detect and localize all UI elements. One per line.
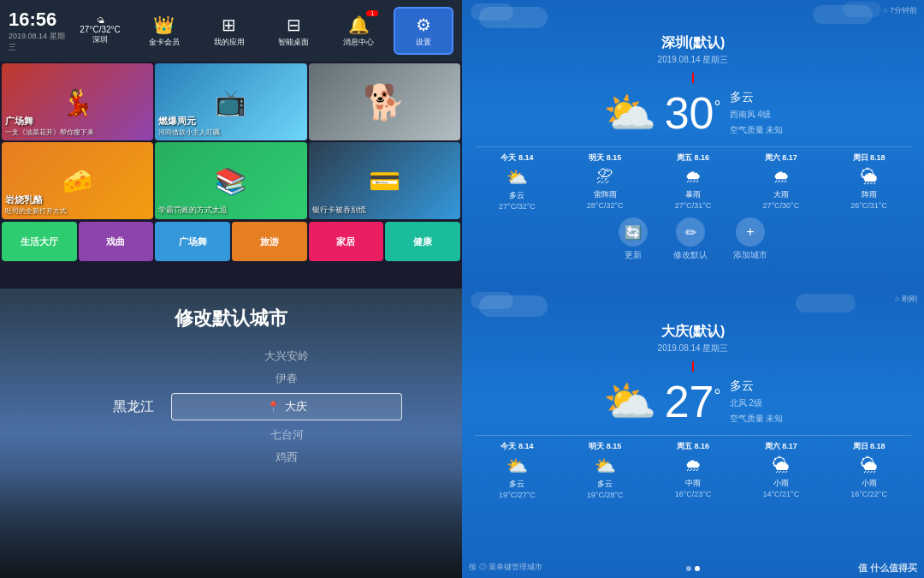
q4-weather-main: ⛅ 27 ° 多云 北风 2级 空气质量 未知 (475, 377, 911, 426)
desk-icon: ⊟ (287, 15, 301, 35)
city-jixi[interactable]: 鸡西 (171, 450, 402, 465)
q4-icon-0: ⛅ (506, 456, 528, 476)
weather-divider (475, 146, 911, 147)
q4-icon-1: ⛅ (595, 456, 616, 476)
card-dance-label: 广场舞 一支《油菜花开》帮你瘦下来 (5, 115, 94, 137)
card-bank-label: 银行卡被吞别慌 (312, 205, 366, 216)
weather-daqing: ○ 刚刚 大庆(默认) 2019.08.14 星期三 ⛅ 27 ° 多云 北风 … (462, 289, 924, 578)
cat-home[interactable]: 家居 (309, 222, 384, 261)
refresh-button[interactable]: 🔄 更新 (619, 217, 648, 261)
q4-desc-block: 多云 北风 2级 空气质量 未知 (730, 378, 784, 425)
q4-forecast-2: 周五 8.16 🌧 中雨 16°C/23°C (651, 441, 736, 499)
cat-life[interactable]: 生活大厅 (2, 222, 77, 261)
card-news-label: 燃爆周元 河间借款小主人叮嘱 (158, 115, 220, 137)
q4-menu-hint: 按 ◎ 菜单键管理城市 (469, 562, 542, 573)
apps-icon: ⊞ (222, 15, 236, 35)
tv-home-screen: 16:56 2019.08.14 星期三 🌤 27°C/32°C 深圳 👑 金卡… (0, 0, 462, 289)
city-column: 大兴安岭 伊春 📍 大庆 七台河 鸡西 (171, 349, 402, 465)
city-list: 黑龙江 大兴安岭 伊春 📍 大庆 七台河 鸡西 (60, 349, 402, 465)
weather-description-block: 多云 西南风 4级 空气质量 未知 (730, 90, 784, 136)
cloud-deco-2 (471, 3, 513, 21)
category-bar: 生活大厅 戏曲 广场舞 旅游 家居 健康 (0, 220, 462, 263)
weather-forecast: 今天 8.14 ⛅ 多云 27°C/32°C 明天 8.15 ⛈ 雷阵雨 28°… (475, 152, 911, 211)
content-grid: 💃 广场舞 一支《油菜花开》帮你瘦下来 📺 燃爆周元 河间借款小主人叮嘱 🐕 🧀 (0, 62, 462, 220)
card-cheese-label: 岩烧乳酪 吐司的全新打开方式 (5, 194, 67, 216)
city-yichun[interactable]: 伊春 (171, 371, 402, 386)
forecast-icon-3: 🌧 (773, 167, 790, 187)
weather-shenzhen: ○ 7分钟前 深圳(默认) 2019.08.14 星期三 ⛅ 30 ° 多云 西… (462, 0, 924, 289)
forecast-day-1: 明天 8.15 ⛈ 雷阵雨 28°C/32°C (563, 152, 648, 211)
add-icon: + (736, 217, 765, 247)
cat-health[interactable]: 健康 (385, 222, 460, 261)
temperature-display: 30 ° (665, 91, 721, 135)
card-dog[interactable]: 🐕 (309, 63, 460, 140)
last-update-hint: ○ 7分钟前 (883, 5, 917, 16)
q4-indicator (692, 361, 694, 372)
landscape-bg (0, 475, 462, 578)
q4-divider (475, 435, 911, 436)
pin-icon: 📍 (267, 401, 280, 413)
card-dance[interactable]: 💃 广场舞 一支《油菜花开》帮你瘦下来 (2, 63, 153, 140)
forecast-icon-4: 🌦 (861, 167, 878, 187)
q4-icon-2: 🌧 (684, 456, 702, 475)
nav-settings[interactable]: ⚙ 设置 (394, 7, 453, 55)
province-label: 黑龙江 (60, 349, 163, 465)
edit-icon: ✏ (676, 217, 705, 247)
city-daqing-selected[interactable]: 📍 大庆 (171, 393, 402, 420)
q4-icon-3: 🌦 (773, 456, 790, 475)
forecast-day-3: 周六 8.17 🌧 大雨 27°C/30°C (738, 152, 823, 211)
cloud-deco-q4-3 (796, 294, 856, 313)
date-display: 2019.08.14 星期三 (9, 31, 70, 53)
city-name: 深圳(默认) (475, 34, 911, 52)
q4-forecast: 今天 8.14 ⛅ 多云 19°C/27°C 明天 8.15 ⛅ 多云 19°C… (475, 441, 911, 499)
q4-forecast-1: 明天 8.15 ⛅ 多云 19°C/28°C (563, 441, 648, 499)
cat-travel[interactable]: 旅游 (232, 222, 307, 261)
time-block: 16:56 2019.08.14 星期三 (9, 9, 70, 53)
weather-mini: 🌤 27°C/32°C 深圳 (80, 16, 120, 45)
q4-current-icon: ⛅ (603, 377, 656, 426)
forecast-icon-1: ⛈ (596, 167, 613, 187)
nav-apps[interactable]: ⊞ 我的应用 (199, 7, 259, 55)
city-qitaihe[interactable]: 七台河 (171, 427, 402, 443)
card-school-label: 学霸罚账的方式太逗 (158, 205, 228, 216)
q4-last-update: ○ 刚刚 (895, 294, 917, 305)
weather-date: 2019.08.14 星期三 (475, 54, 911, 66)
nav-vip[interactable]: 👑 金卡会员 (134, 7, 194, 55)
q4-city-name: 大庆(默认) (475, 323, 911, 341)
q4-temp-display: 27 ° (665, 379, 721, 424)
screen-title: 修改默认城市 (175, 306, 287, 331)
cat-square[interactable]: 广场舞 (155, 222, 230, 261)
q4-forecast-0: 今天 8.14 ⛅ 多云 19°C/27°C (475, 441, 560, 499)
q4-icon-4: 🌦 (861, 456, 878, 475)
q4-forecast-4: 周日 8.18 🌦 小雨 16°C/22°C (826, 441, 911, 499)
q4-forecast-3: 周六 8.17 🌦 小雨 14°C/21°C (738, 441, 823, 499)
cat-opera[interactable]: 戏曲 (79, 222, 154, 261)
message-badge: 1 (366, 10, 378, 16)
forecast-day-2: 周五 8.16 🌧 暴雨 27°C/31°C (651, 152, 736, 211)
dot-1 (686, 566, 691, 571)
cloud-deco-4 (843, 2, 881, 17)
nav-messages[interactable]: 🔔 消息中心 1 (329, 7, 388, 55)
city-daxinganling[interactable]: 大兴安岭 (171, 349, 402, 364)
cloud-deco-q4-2 (471, 292, 513, 309)
forecast-day-4: 周日 8.18 🌦 阵雨 26°C/31°C (826, 152, 911, 211)
crown-icon: 👑 (153, 15, 175, 35)
refresh-icon: 🔄 (619, 217, 648, 247)
edit-default-button[interactable]: ✏ 修改默认 (673, 217, 708, 261)
card-bank[interactable]: 💳 银行卡被吞别慌 (309, 142, 460, 219)
card-cheese[interactable]: 🧀 岩烧乳酪 吐司的全新打开方式 (2, 142, 153, 219)
gear-icon: ⚙ (416, 15, 431, 35)
current-time: 16:56 (9, 9, 70, 31)
city-selection-screen: 修改默认城市 黑龙江 大兴安岭 伊春 📍 大庆 七台河 鸡西 (0, 289, 462, 578)
nav-smart-desk[interactable]: ⊟ 智能桌面 (264, 7, 323, 55)
card-school[interactable]: 📚 学霸罚账的方式太逗 (155, 142, 306, 219)
current-weather-icon: ⛅ (603, 88, 656, 138)
weather-actions: 🔄 更新 ✏ 修改默认 + 添加城市 (475, 217, 911, 261)
forecast-icon-0: ⛅ (506, 167, 528, 188)
add-city-button[interactable]: + 添加城市 (733, 217, 767, 261)
forecast-day-0: 今天 8.14 ⛅ 多云 27°C/32°C (475, 152, 560, 211)
tv-header: 16:56 2019.08.14 星期三 🌤 27°C/32°C 深圳 👑 金卡… (0, 0, 462, 62)
page-dots (686, 566, 700, 571)
weather-main-display: ⛅ 30 ° 多云 西南风 4级 空气质量 未知 (475, 88, 911, 138)
card-news[interactable]: 📺 燃爆周元 河间借款小主人叮嘱 (155, 63, 306, 140)
